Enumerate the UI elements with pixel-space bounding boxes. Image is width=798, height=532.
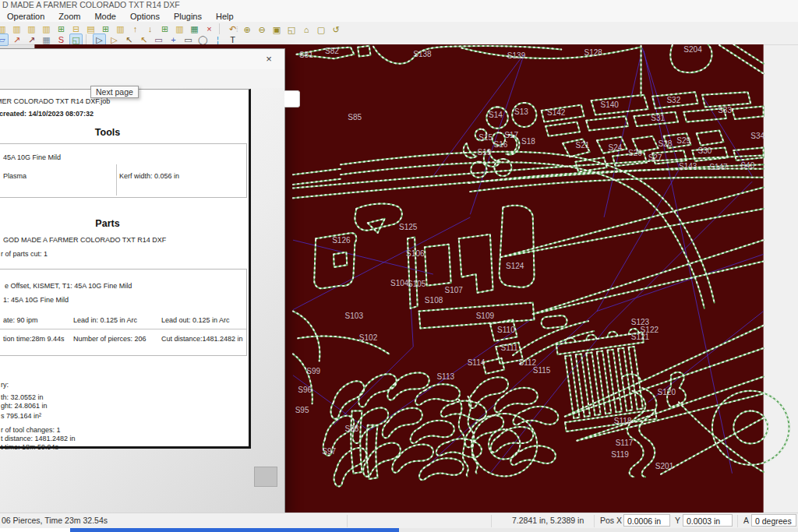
part-label-S29: S29 xyxy=(676,136,690,145)
menu-mode[interactable]: Mode xyxy=(87,12,123,21)
part-label-S16: S16 xyxy=(493,140,507,149)
part-label-S40: S40 xyxy=(740,161,754,170)
preview-area[interactable]: MER COLORADO TXT R14 DXF.job created: 14… xyxy=(0,88,284,513)
zoom-all-icon[interactable]: ⌂ xyxy=(300,23,313,36)
toolbar-separator xyxy=(86,34,90,45)
part-label-S140: S140 xyxy=(600,100,619,109)
part-label-S121: S121 xyxy=(631,333,650,341)
zoom-in-icon[interactable]: ⊕ xyxy=(241,23,254,36)
part-label-S104: S104 xyxy=(390,279,409,287)
tools-box: 45A 10G Fine Mild Plasma Kerf width: 0.0… xyxy=(0,143,247,198)
part-label-S113: S113 xyxy=(436,372,454,381)
taskbar-gray-segment xyxy=(399,528,798,532)
part-label-S114: S114 xyxy=(468,358,486,367)
part-label-S31: S31 xyxy=(651,114,665,122)
angle-field[interactable]: 0 degrees xyxy=(751,514,796,527)
zoom-previous-icon[interactable]: ↺ xyxy=(330,23,343,36)
taskbar-blue-segment xyxy=(70,528,399,532)
summary-tool-changes: r of tool changes: 1 xyxy=(1,426,61,434)
tools-heading: Tools xyxy=(0,127,249,138)
part-label-S138: S138 xyxy=(413,50,432,58)
part-label-S14: S14 xyxy=(489,111,503,119)
toolbar-grip: ⁞ xyxy=(236,26,238,33)
part-label-S34: S34 xyxy=(750,132,764,140)
part-label-S108: S108 xyxy=(425,296,443,305)
created-line: created: 14/10/2023 08:07:32 xyxy=(0,110,94,118)
part-label-S27: S27 xyxy=(648,153,662,162)
toolbar: ▥▥▥▥⊞⊟▤⊞▥↑↓⊞▥▦×↶ ⁞⊕⊖▣◱⌂▢↺ ▱↗↗▦S◱▷▷↖↖▭+▭◯… xyxy=(0,22,798,45)
zoom-selection-icon[interactable]: ▢ xyxy=(315,23,328,36)
zoom-window-icon[interactable]: ▣ xyxy=(270,23,284,36)
part-label-S120: S120 xyxy=(658,388,676,396)
part-label-S98: S98 xyxy=(345,425,359,433)
summary-width: th: 32.0552 in xyxy=(1,393,44,401)
part-label-S81: S81 xyxy=(299,51,313,59)
preview-page: MER COLORADO TXT R14 DXF.job created: 14… xyxy=(0,89,251,449)
part-label-S143: S143 xyxy=(679,162,697,171)
menu-zoom[interactable]: Zoom xyxy=(51,12,87,21)
menu-help[interactable]: Help xyxy=(209,12,241,21)
production-time: tion time:28m 9.44s xyxy=(3,335,65,343)
part-label-S204: S204 xyxy=(683,45,702,54)
part-label-S103: S103 xyxy=(345,312,364,320)
part-label-S110: S110 xyxy=(497,326,515,334)
zoom-out-icon[interactable]: ⊖ xyxy=(256,23,269,36)
part-label-S128: S128 xyxy=(584,48,602,57)
tool-name: 45A 10G Fine Mild xyxy=(3,153,61,161)
menu-operation[interactable]: Operation xyxy=(0,12,51,21)
dialog-close-icon[interactable]: × xyxy=(260,52,278,66)
part-label-S96: S96 xyxy=(298,386,312,394)
operation-box: e Offset, KISMET, T1: 45A 10G Fine Mild … xyxy=(0,269,247,356)
summary-area: s 795.164 in² xyxy=(1,412,41,420)
zoom-extents-icon[interactable]: ◱ xyxy=(285,23,298,36)
part-label-S109: S109 xyxy=(476,312,495,320)
kerf-width: Kerf width: 0.056 in xyxy=(119,172,179,180)
parts-cut-count: r of parts cut: 1 xyxy=(1,250,48,258)
part-label-S106: S106 xyxy=(406,249,425,258)
pos-y-field[interactable]: 0.0003 in xyxy=(683,514,733,527)
part-label-S18: S18 xyxy=(521,137,535,146)
part-label-S117: S117 xyxy=(616,439,634,447)
app-window: D MADE A FARMER COLORADO TXT R14 DXF Ope… xyxy=(0,0,798,532)
part-label-S147: S147 xyxy=(709,163,728,171)
part-label-S111: S111 xyxy=(501,344,518,352)
cut-distance: Cut distance:1481.2482 in xyxy=(161,335,243,343)
part-label-S85: S85 xyxy=(348,113,362,122)
part-label-S95: S95 xyxy=(295,406,309,414)
part-label-S118: S118 xyxy=(614,417,632,425)
window-title: D MADE A FARMER COLORADO TXT R14 DXF xyxy=(2,0,180,9)
part-label-S115: S115 xyxy=(533,366,551,375)
part-label-S15: S15 xyxy=(478,133,493,142)
operation-line: e Offset, KISMET, T1: 45A 10G Fine Mild xyxy=(5,282,132,290)
part-label-S26: S26 xyxy=(628,149,642,157)
lead-out: Lead out: 0.125 in Arc xyxy=(161,316,230,324)
part-label-S13: S13 xyxy=(514,107,528,116)
part-label-S28: S28 xyxy=(658,139,672,148)
title-bar: D MADE A FARMER COLORADO TXT R14 DXF xyxy=(0,0,798,10)
pierce-count: Number of pierces: 206 xyxy=(73,335,147,343)
summary-label: ry: xyxy=(1,381,9,389)
part-label-S119: S119 xyxy=(611,450,629,459)
job-name-line: MER COLORADO TXT R14 DXF.job xyxy=(0,97,110,105)
status-pierces-time: 06 Pierces, Time 23m 32.54s xyxy=(2,516,108,525)
dialog-title-bar[interactable]: × xyxy=(0,49,284,69)
taskbar-strip xyxy=(0,528,798,532)
part-label-S201: S201 xyxy=(655,462,674,470)
part-label-S21: S21 xyxy=(576,141,590,150)
part-label-S30: S30 xyxy=(698,146,712,155)
part-label-S32: S32 xyxy=(666,96,680,104)
status-cursor-coords: 7.2841 in, 5.2389 in xyxy=(512,516,584,525)
part-label-S124: S124 xyxy=(506,262,524,270)
part-label-S19: S19 xyxy=(477,148,491,157)
part-label-S107: S107 xyxy=(444,286,463,294)
part-label-S125: S125 xyxy=(399,223,418,231)
menu-bar: OperationZoomModeOptionsPluginsHelp xyxy=(0,10,798,22)
part-label-S102: S102 xyxy=(359,333,378,342)
summary-cut-distance: t distance: 1481.2482 in xyxy=(1,435,76,442)
menu-options[interactable]: Options xyxy=(123,12,167,21)
toolbar-separator xyxy=(219,23,224,34)
menu-plugins[interactable]: Plugins xyxy=(167,12,209,21)
pos-x-field[interactable]: 0.0006 in xyxy=(623,514,670,527)
part-label-S126: S126 xyxy=(332,236,351,245)
preview-scrollbar-thumb[interactable] xyxy=(254,467,277,487)
